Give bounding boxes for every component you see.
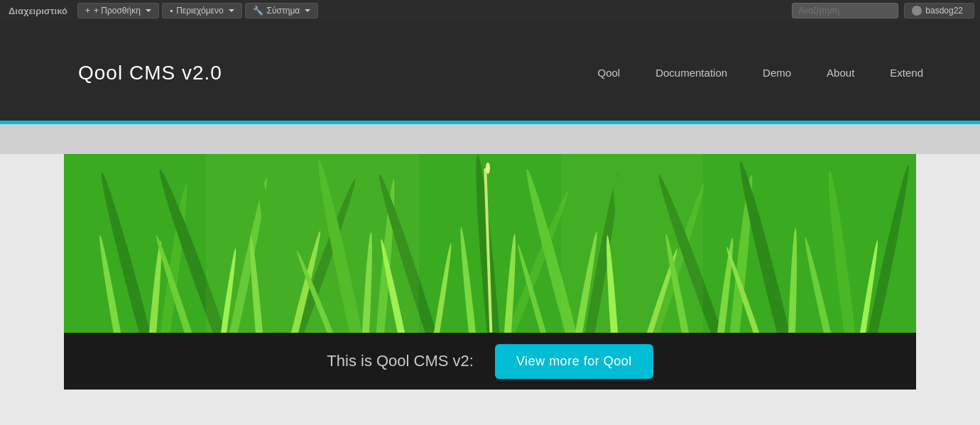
admin-toolbar: Διαχειριστικό + + Προσθήκη ▪ Περιεχόμενο… bbox=[0, 0, 980, 21]
nav-item-about[interactable]: About bbox=[827, 67, 854, 79]
svg-point-34 bbox=[486, 162, 490, 174]
page-wrapper: This is Qool CMS v2: View more for Qool bbox=[0, 154, 980, 425]
site-nav: Qool Documentation Demo About Extend bbox=[597, 67, 980, 79]
grass-svg bbox=[64, 154, 916, 333]
caret-icon bbox=[305, 9, 310, 12]
hero-image bbox=[64, 154, 916, 333]
nav-item-demo[interactable]: Demo bbox=[763, 67, 791, 79]
nav-item-extend[interactable]: Extend bbox=[890, 67, 923, 79]
site-header: Qool CMS v2.0 Qool Documentation Demo Ab… bbox=[0, 21, 980, 124]
site-logo: Qool CMS v2.0 bbox=[78, 62, 597, 84]
content-button[interactable]: ▪ Περιεχόμενο bbox=[162, 3, 242, 18]
cta-button[interactable]: View more for Qool bbox=[495, 344, 653, 379]
system-button[interactable]: 🔧 Σύστημα bbox=[245, 3, 319, 18]
admin-logo[interactable]: Διαχειριστικό bbox=[6, 6, 75, 16]
caret-icon bbox=[229, 9, 234, 12]
cta-bar: This is Qool CMS v2: View more for Qool bbox=[64, 333, 916, 390]
cta-text: This is Qool CMS v2: bbox=[327, 352, 474, 370]
wrench-icon: 🔧 bbox=[253, 6, 263, 16]
search-input[interactable] bbox=[792, 3, 898, 18]
nav-item-documentation[interactable]: Documentation bbox=[655, 67, 727, 79]
file-icon: ▪ bbox=[170, 6, 173, 16]
cyan-accent-bar bbox=[0, 121, 980, 124]
content-wrapper: This is Qool CMS v2: View more for Qool bbox=[0, 154, 980, 390]
add-button[interactable]: + + Προσθήκη bbox=[77, 3, 159, 18]
svg-rect-48 bbox=[561, 154, 703, 333]
plus-icon: + bbox=[85, 6, 90, 16]
user-menu-button[interactable]: basdog22 bbox=[904, 3, 974, 18]
user-icon bbox=[912, 6, 922, 16]
toolbar-right: basdog22 bbox=[792, 3, 974, 18]
gap-area bbox=[0, 124, 980, 154]
svg-rect-47 bbox=[206, 154, 419, 333]
nav-item-qool[interactable]: Qool bbox=[597, 67, 620, 79]
caret-icon bbox=[146, 9, 151, 12]
